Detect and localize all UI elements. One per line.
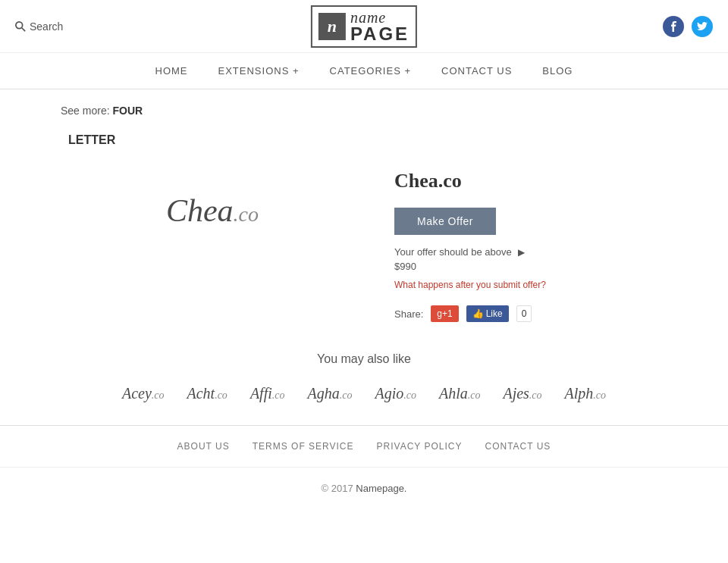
list-item[interactable]: Acht.co [187, 385, 228, 402]
share-row: Share: g+1 👍 Like 0 [394, 305, 667, 322]
domain-logo-ext: .co [234, 202, 259, 226]
nav-extensions[interactable]: EXTENSIONS + [218, 62, 300, 80]
logo[interactable]: n name PAGE [311, 5, 417, 48]
list-item[interactable]: Ajes.co [503, 385, 541, 402]
nav-categories[interactable]: CATEGORIES + [330, 62, 411, 80]
footer-terms[interactable]: TERMS OF SERVICE [253, 441, 354, 452]
nav-contact[interactable]: CONTACT US [441, 62, 512, 80]
breadcrumb-link[interactable]: FOUR [112, 105, 143, 117]
fb-like-button[interactable]: 👍 Like [466, 305, 509, 322]
social-links [663, 16, 713, 37]
domain-title: Chea.co [394, 170, 667, 192]
arrow-icon: ▶ [518, 247, 525, 258]
breadcrumb-continuation: LETTER [0, 133, 728, 147]
offer-hint: Your offer should be above ▶ [394, 246, 667, 258]
header: Search n name PAGE [0, 0, 728, 53]
twitter-icon[interactable] [692, 16, 713, 37]
domain-logo-name: Chea [166, 193, 234, 228]
search-icon [15, 21, 26, 32]
what-happens-link[interactable]: What happens after you submit offer? [394, 280, 667, 290]
list-item[interactable]: Ahla.co [439, 385, 481, 402]
share-label: Share: [394, 308, 423, 320]
copyright-year: © 2017 [322, 483, 353, 494]
domain-logo-area: Chea.co [61, 162, 364, 259]
main-nav: HOME EXTENSIONS + CATEGORIES + CONTACT U… [0, 53, 728, 89]
footer-contact[interactable]: CONTACT US [485, 441, 551, 452]
offer-hint-text: Your offer should be above [394, 246, 512, 258]
domain-info: Chea.co Make Offer Your offer should be … [394, 162, 667, 322]
gplus-label: g+1 [437, 308, 452, 319]
also-like-title: You may also like [61, 352, 667, 366]
facebook-icon[interactable] [663, 16, 684, 37]
fb-like-label: Like [486, 308, 503, 319]
list-item[interactable]: Agha.co [307, 385, 352, 402]
footer-privacy[interactable]: PRIVACY POLICY [377, 441, 463, 452]
gplus-button[interactable]: g+1 [431, 305, 458, 322]
fb-thumb-icon: 👍 [472, 308, 484, 319]
fb-count: 0 [516, 305, 532, 322]
footer-copyright: © 2017 Namepage. [0, 468, 728, 509]
domain-logo-display: Chea.co [166, 192, 259, 229]
svg-point-0 [16, 21, 23, 28]
list-item[interactable]: Alph.co [565, 385, 607, 402]
see-more-label: See more: [61, 105, 110, 117]
offer-amount: $990 [394, 261, 667, 272]
logo-icon: n [318, 13, 346, 40]
also-like-section: You may also like Acey.co Acht.co Affi.c… [0, 337, 728, 425]
list-item[interactable]: Agio.co [375, 385, 416, 402]
nav-blog[interactable]: BLOG [542, 62, 573, 80]
search-label: Search [30, 20, 63, 33]
search-area[interactable]: Search [15, 20, 63, 33]
make-offer-button[interactable]: Make Offer [394, 208, 496, 235]
footer-about[interactable]: ABOUT US [177, 441, 230, 452]
nav-home[interactable]: HOME [155, 62, 188, 80]
logo-name-text: name [350, 10, 410, 25]
logo-page-text: PAGE [350, 25, 410, 43]
footer-nav: ABOUT US TERMS OF SERVICE PRIVACY POLICY… [0, 426, 728, 468]
list-item[interactable]: Affi.co [250, 385, 285, 402]
brand-link[interactable]: Namepage. [356, 483, 406, 494]
also-like-grid: Acey.co Acht.co Affi.co Agha.co Agio.co … [61, 385, 667, 402]
main-content: Chea.co Chea.co Make Offer Your offer sh… [0, 147, 728, 337]
breadcrumb: See more: FOUR [0, 89, 728, 132]
svg-line-1 [22, 27, 25, 30]
list-item[interactable]: Acey.co [122, 385, 165, 402]
